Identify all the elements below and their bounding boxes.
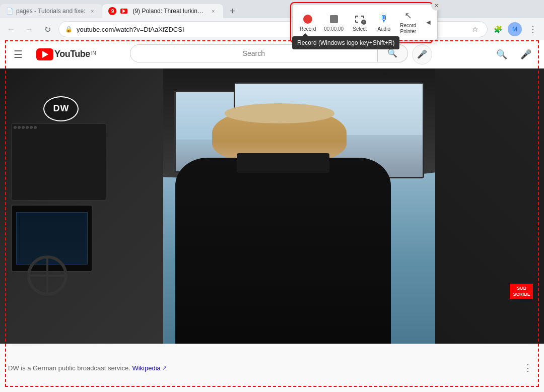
page-description: DW is a German public broadcast service. <box>8 364 130 372</box>
select-plus-icon: + <box>361 20 366 25</box>
yt-search-icon-btn[interactable]: 🔍 <box>492 44 512 64</box>
select-icon: + <box>354 13 366 25</box>
tab-2[interactable]: 9 (9) Poland: Threat lurking in: × <box>102 4 223 18</box>
video-area: DW <box>0 69 544 392</box>
yt-mic-button[interactable]: 🎤 <box>412 44 432 64</box>
steering-area <box>27 255 163 338</box>
tab-1-favicon: 📄 <box>6 8 13 15</box>
select-label: Select <box>353 26 367 32</box>
browser-chrome: 📄 pages - Tutorials and fixe: × 9 (9) Po… <box>0 0 544 40</box>
toolbar-record-pointer-button[interactable]: ↖ RecordPointer <box>397 8 419 37</box>
audio-icon: 🎙 <box>378 13 390 25</box>
dw-logo: DW <box>43 96 79 121</box>
toolbar-audio-button[interactable]: 🎙 Audio <box>373 11 395 34</box>
subscribe-line2: SCRIBE <box>513 292 530 297</box>
tab-2-close[interactable]: × <box>209 7 217 15</box>
boat-right-wall <box>435 69 544 344</box>
address-icons: ☆ <box>469 23 481 35</box>
stop-icon <box>328 13 340 25</box>
chrome-menu-button[interactable]: ⋮ <box>526 22 540 36</box>
microphone-icon: 🎤 <box>417 49 427 59</box>
toolbar-record-button[interactable]: Record <box>297 11 319 34</box>
extensions-icon[interactable]: 🧩 <box>492 23 504 35</box>
profile-button[interactable]: M <box>508 22 522 36</box>
page-info-text: DW is a German public broadcast service.… <box>8 364 167 372</box>
equipment-panel <box>11 123 106 201</box>
timer-display: 00:00:00 <box>324 26 344 32</box>
toolbar-tooltip: Record (Windows logo key+Shift+R) <box>292 36 399 49</box>
record-label: Record <box>300 26 316 32</box>
toolbar-expand-button[interactable]: ◄ <box>423 17 433 27</box>
tab-1-close[interactable]: × <box>88 7 96 15</box>
steering-wheel <box>27 255 67 296</box>
audio-label: Audio <box>377 26 390 32</box>
recording-toolbar: × Record 00:00:00 + Select 🎙 Audio ↖ <box>292 4 438 40</box>
back-button[interactable]: ← <box>4 22 18 36</box>
yt-mic-icon-btn[interactable]: 🎤 <box>516 44 536 64</box>
forward-button[interactable]: → <box>22 22 36 36</box>
yt-menu-button[interactable]: ☰ <box>8 44 28 64</box>
tab-1-title: pages - Tutorials and fixe: <box>16 8 85 15</box>
notification-badge: 9 <box>108 7 116 15</box>
dw-text: DW <box>53 103 69 114</box>
address-bar-row: ← → ↻ 🔒 youtube.com/watch?v=DtAaXfZDCSI … <box>0 18 544 40</box>
record-pointer-label: RecordPointer <box>400 23 416 35</box>
tab-2-title: (9) Poland: Threat lurking in: <box>132 8 206 15</box>
mic-icon: 🎙 <box>379 14 388 24</box>
youtube-page: ☰ YouTube IN 🔍 🎤 🔍 🎤 <box>0 40 544 392</box>
record-icon <box>302 13 314 25</box>
tab-1[interactable]: 📄 pages - Tutorials and fixe: × <box>0 4 102 18</box>
tooltip-text: Record (Windows logo key+Shift+R) <box>297 39 394 46</box>
toolbar-select-button[interactable]: + Select <box>349 11 371 34</box>
dw-circle: DW <box>43 96 79 121</box>
pointer-icon: ↖ <box>402 10 414 22</box>
video-scene[interactable]: DW <box>0 69 544 344</box>
person-figure <box>163 96 408 344</box>
lock-icon: 🔒 <box>65 26 73 33</box>
tab-bar: 📄 pages - Tutorials and fixe: × 9 (9) Po… <box>0 0 544 18</box>
yt-logo-text: YouTube <box>54 49 90 59</box>
external-link-icon: ↗ <box>162 365 167 371</box>
toolbar-stop-button[interactable]: 00:00:00 <box>321 11 347 34</box>
search-icon: 🔍 <box>387 48 397 58</box>
record-dot <box>303 15 312 24</box>
stop-square <box>330 15 338 23</box>
more-button[interactable]: ⋮ <box>520 360 536 376</box>
wikipedia-link[interactable]: Wikipedia ↗ <box>132 364 166 372</box>
subscribe-badge[interactable]: SUB SCRIBE <box>510 284 533 299</box>
select-dashed: + <box>355 16 364 23</box>
youtube-favicon <box>120 9 127 14</box>
cursor-icon: ↖ <box>404 10 412 21</box>
yt-logo-icon <box>36 48 53 60</box>
video-bottom-bar: DW is a German public broadcast service.… <box>0 344 544 392</box>
yt-logo[interactable]: YouTube IN <box>36 48 96 60</box>
refresh-button[interactable]: ↻ <box>40 22 54 36</box>
yt-header-right: 🔍 🎤 <box>492 44 536 64</box>
youtube-header: ☰ YouTube IN 🔍 🎤 🔍 🎤 <box>0 40 544 69</box>
bookmark-icon[interactable]: ☆ <box>469 23 481 35</box>
subscribe-line1: SUB <box>517 286 526 291</box>
yt-logo-country: IN <box>91 50 96 56</box>
new-tab-button[interactable]: + <box>225 4 239 18</box>
